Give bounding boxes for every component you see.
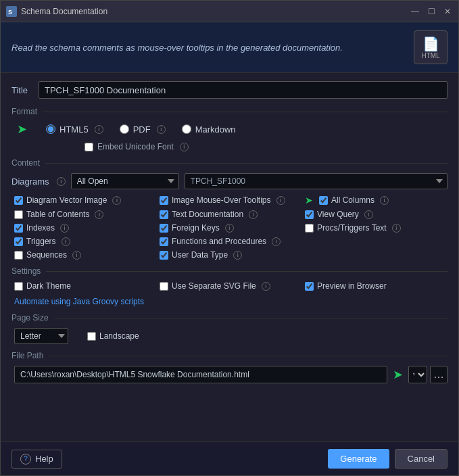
preview-browser-checkbox[interactable] — [305, 282, 314, 291]
window-title: Schema Documentation — [21, 7, 410, 16]
close-button[interactable]: ✕ — [442, 6, 453, 17]
format-markdown-option[interactable]: Markdown — [182, 124, 236, 135]
dark-theme-label: Dark Theme — [26, 281, 71, 291]
content-section-header: Content — [11, 158, 448, 168]
diagram-vector-info: i — [112, 196, 121, 205]
all-columns-info: i — [380, 196, 389, 205]
generate-button[interactable]: Generate — [328, 449, 389, 469]
procs-triggers-checkbox[interactable] — [305, 224, 314, 233]
file-path-input[interactable] — [14, 366, 387, 383]
triggers-checkbox[interactable] — [14, 237, 23, 246]
page-size-select[interactable]: Letter A4 Legal — [14, 328, 68, 344]
diagrams-schema-select[interactable]: TPCH_SF1000 — [185, 173, 448, 189]
triggers-label: Triggers — [26, 237, 56, 246]
format-markdown-radio[interactable] — [182, 124, 191, 134]
minimize-button[interactable]: — — [410, 6, 420, 17]
settings-checkboxes: Dark Theme Use Separate SVG File i Previ… — [11, 281, 448, 291]
indexes-checkbox[interactable] — [14, 224, 23, 233]
functions-procedures-checkbox[interactable] — [160, 237, 168, 246]
format-markdown-label: Markdown — [195, 124, 236, 135]
embed-unicode-checkbox[interactable] — [84, 143, 93, 151]
title-bar: S Schema Documentation — ☐ ✕ — [1, 1, 458, 22]
view-query-checkbox[interactable] — [305, 210, 314, 219]
image-mouseover-checkbox[interactable] — [160, 196, 168, 205]
file-path-section-header: File Path — [11, 351, 448, 360]
pdf-info-icon: i — [157, 125, 166, 134]
view-query-label: View Query — [317, 210, 359, 219]
use-separate-svg-label: Use Separate SVG File — [172, 281, 256, 291]
functions-procedures-item: Functions and Procedures i — [160, 237, 302, 246]
diagram-vector-label: Diagram Vector Image — [26, 195, 107, 205]
all-columns-arrow-icon: ➤ — [305, 195, 313, 206]
use-separate-svg-info: i — [262, 282, 270, 291]
diagrams-row: Diagrams i All Open TPCH_SF1000 — [11, 173, 448, 189]
format-pdf-radio[interactable] — [120, 124, 129, 134]
user-data-type-item: User Data Type i — [160, 250, 302, 260]
table-of-contents-checkbox[interactable] — [14, 210, 23, 219]
view-query-info: i — [364, 210, 373, 219]
content-section: Diagrams i All Open TPCH_SF1000 Diagram … — [11, 173, 448, 260]
title-row: Title — [11, 81, 448, 99]
indexes-info: i — [60, 224, 69, 233]
format-options-row: ➤ HTML5 i PDF i Markdown — [11, 122, 448, 137]
view-query-item: View Query i — [305, 210, 448, 219]
foreign-keys-label: Foreign Keys — [172, 223, 220, 233]
diagram-vector-checkbox[interactable] — [14, 196, 23, 205]
embed-row: Embed Unicode Font i — [11, 142, 448, 151]
sequences-checkbox[interactable] — [14, 251, 23, 260]
landscape-checkbox[interactable] — [87, 332, 96, 341]
placeholder-col3-row4 — [305, 237, 448, 246]
indexes-label: Indexes — [26, 223, 55, 233]
dark-theme-item: Dark Theme — [14, 281, 157, 291]
table-of-contents-label: Table of Contents — [26, 210, 89, 219]
format-pdf-option[interactable]: PDF i — [120, 124, 166, 135]
title-label: Title — [11, 85, 39, 95]
dark-theme-checkbox[interactable] — [14, 282, 23, 291]
filepath-dropdown[interactable]: ▾ — [408, 366, 427, 383]
image-mouseover-label: Image Mouse-Over Tooltips — [172, 195, 271, 205]
format-html5-radio[interactable] — [46, 124, 55, 134]
html-badge-label: HTML — [421, 52, 439, 60]
foreign-keys-info: i — [225, 224, 234, 233]
html5-info-icon: i — [95, 125, 103, 134]
schema-documentation-window: S Schema Documentation — ☐ ✕ Read the sc… — [0, 0, 459, 476]
image-mouseover-item: Image Mouse-Over Tooltips i — [160, 195, 302, 206]
title-input[interactable] — [39, 81, 448, 99]
content-checkboxes: Diagram Vector Image i Image Mouse-Over … — [11, 195, 448, 260]
user-data-type-checkbox[interactable] — [160, 251, 168, 260]
procs-triggers-label: Procs/Triggers Text — [317, 223, 387, 233]
maximize-button[interactable]: ☐ — [426, 6, 437, 17]
table-of-contents-info: i — [95, 210, 103, 219]
sequences-info: i — [72, 251, 81, 260]
diagrams-dropdowns: All Open TPCH_SF1000 — [71, 173, 448, 189]
page-size-row: Letter A4 Legal Landscape — [11, 328, 448, 344]
foreign-keys-checkbox[interactable] — [160, 224, 168, 233]
text-doc-checkbox[interactable] — [160, 210, 168, 219]
diagrams-info-icon: i — [57, 177, 66, 186]
all-columns-checkbox[interactable] — [319, 196, 328, 205]
format-html5-option[interactable]: HTML5 i — [46, 124, 103, 135]
sequences-label: Sequences — [26, 250, 67, 260]
user-data-type-info: i — [233, 251, 242, 260]
filepath-browse-button[interactable]: … — [430, 366, 448, 383]
filepath-arrow-icon: ➤ — [393, 367, 403, 382]
help-button[interactable]: ? Help — [11, 450, 62, 469]
window-controls: — ☐ ✕ — [410, 6, 453, 17]
groovy-link[interactable]: Automate using Java Groovy scripts — [11, 297, 144, 306]
format-arrow-icon: ➤ — [17, 122, 27, 137]
functions-procedures-info: i — [272, 237, 281, 246]
use-separate-svg-checkbox[interactable] — [160, 282, 168, 291]
diagram-vector-item: Diagram Vector Image i — [14, 195, 157, 206]
cancel-button[interactable]: Cancel — [395, 449, 448, 469]
format-pdf-label: PDF — [133, 124, 151, 135]
diagrams-select[interactable]: All Open — [71, 173, 179, 189]
html-badge: 📄 HTML — [414, 30, 448, 64]
format-html5-label: HTML5 — [59, 124, 89, 135]
footer: ? Help Generate Cancel — [1, 442, 458, 475]
text-doc-info: i — [249, 210, 258, 219]
sequences-item: Sequences i — [14, 250, 157, 260]
svg-text:S: S — [8, 9, 12, 16]
text-doc-item: Text Documentation i — [160, 210, 302, 219]
table-of-contents-item: Table of Contents i — [14, 210, 157, 219]
main-content: Title Format ➤ HTML5 i PDF i Markdown — [1, 73, 458, 442]
